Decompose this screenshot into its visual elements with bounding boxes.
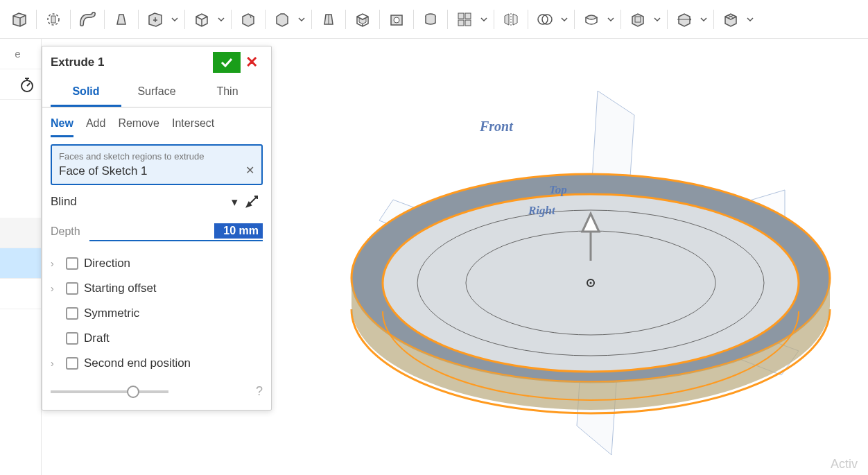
flip-direction-button[interactable] [243, 193, 263, 212]
rib-tool-icon[interactable] [418, 7, 443, 32]
draft-checkbox[interactable] [66, 332, 78, 345]
delete-face-tool-icon[interactable] [718, 7, 743, 32]
dialog-title: Extrude 1 [51, 55, 213, 69]
tab-thin[interactable]: Thin [192, 78, 263, 107]
3d-viewport[interactable]: Front Top Right [272, 39, 868, 475]
watermark-text: Activ [831, 457, 858, 472]
extrude-dialog: Extrude 1 ✕ Solid Surface Thin New Add R… [42, 46, 272, 411]
clear-selection-icon[interactable]: ✕ [245, 164, 254, 177]
svg-rect-7 [458, 20, 464, 26]
left-item-text[interactable]: e [0, 39, 41, 69]
tab-surface[interactable]: Surface [121, 78, 192, 107]
loft-tool-icon[interactable] [109, 7, 134, 32]
plane-caret-icon[interactable] [652, 16, 663, 23]
check-icon [219, 55, 234, 70]
operation-tabs: New Add Remove Intersect [42, 107, 271, 137]
close-icon: ✕ [245, 53, 258, 71]
box-tool-icon[interactable] [189, 7, 214, 32]
thicken-caret-icon[interactable] [169, 16, 180, 23]
sweep-tool-icon[interactable] [75, 7, 100, 32]
chamfer-tool-icon[interactable] [270, 7, 295, 32]
draft-tool-icon[interactable] [316, 7, 341, 32]
symmetric-checkbox[interactable] [66, 307, 78, 320]
direction-label: Direction [84, 257, 130, 270]
tree-item-1[interactable] [0, 218, 41, 248]
tree-item-3[interactable] [0, 279, 41, 309]
chamfer-caret-icon[interactable] [296, 16, 307, 23]
pattern-caret-icon[interactable] [478, 16, 489, 23]
toolbar-separator [713, 10, 714, 29]
depth-field[interactable] [89, 222, 263, 241]
depth-label: Depth [51, 225, 89, 238]
toolbar-separator [231, 10, 232, 29]
second-end-checkbox[interactable] [66, 357, 78, 370]
cancel-button[interactable]: ✕ [241, 52, 263, 73]
transform-caret-icon[interactable] [698, 16, 709, 23]
direction-checkbox[interactable] [66, 257, 78, 270]
svg-point-3 [394, 17, 399, 23]
stopwatch-icon [19, 76, 35, 93]
subtab-add[interactable]: Add [86, 114, 105, 137]
starting-offset-label: Starting offset [84, 282, 157, 295]
selection-label: Faces and sketch regions to extrude [59, 151, 254, 162]
starting-offset-checkbox[interactable] [66, 282, 78, 295]
front-plane-label: Front [480, 119, 513, 135]
extrude-tool-icon[interactable] [7, 7, 32, 32]
delete-face-caret-icon[interactable] [745, 16, 756, 23]
right-plane-label: Right [528, 204, 555, 218]
end-type-value: Blind [51, 195, 77, 209]
tree-item-2-selected[interactable] [0, 248, 41, 279]
toolbar-separator [574, 10, 575, 29]
tab-solid[interactable]: Solid [51, 78, 121, 107]
fillet-tool-icon[interactable] [236, 7, 261, 32]
toolbar-separator [447, 10, 448, 29]
toolbar-separator [345, 10, 346, 29]
feature-tree-strip: e [0, 39, 42, 475]
plane-tool-icon[interactable] [625, 7, 650, 32]
main-toolbar [0, 0, 868, 39]
left-item-timer[interactable] [0, 69, 41, 100]
opacity-slider[interactable] [51, 390, 168, 393]
svg-line-14 [27, 83, 30, 86]
depth-input[interactable] [214, 223, 263, 239]
selection-value: Face of Sketch 1 [59, 164, 254, 178]
toolbar-separator [494, 10, 494, 29]
help-icon[interactable]: ? [256, 384, 263, 399]
svg-rect-6 [465, 13, 471, 19]
subtab-intersect[interactable]: Intersect [172, 114, 214, 137]
toolbar-separator [184, 10, 185, 29]
mirror-tool-icon[interactable] [498, 7, 523, 32]
toolbar-separator [138, 10, 139, 29]
toolbar-separator [70, 10, 71, 29]
subtab-remove[interactable]: Remove [118, 114, 159, 137]
top-plane-label: Top [549, 183, 567, 197]
pattern-tool-icon[interactable] [452, 7, 477, 32]
toolbar-separator [36, 10, 37, 29]
revolve-tool-icon[interactable] [41, 7, 66, 32]
end-type-dropdown[interactable]: Blind ▾ [51, 192, 238, 212]
subtab-new[interactable]: New [51, 114, 73, 137]
toolbar-separator [620, 10, 621, 29]
surface-tool-icon[interactable] [579, 7, 604, 32]
expand-second-end-icon[interactable]: › [51, 358, 60, 369]
surface-caret-icon[interactable] [605, 16, 616, 23]
boolean-caret-icon[interactable] [559, 16, 570, 23]
toolbar-separator [311, 10, 312, 29]
slider-thumb[interactable] [127, 386, 139, 398]
toolbar-separator [104, 10, 105, 29]
toolbar-separator [379, 10, 380, 29]
type-tabs: Solid Surface Thin [42, 78, 271, 107]
box-caret-icon[interactable] [216, 16, 227, 23]
boolean-tool-icon[interactable] [532, 7, 557, 32]
transform-tool-icon[interactable] [672, 7, 697, 32]
shell-tool-icon[interactable] [350, 7, 375, 32]
toolbar-separator [667, 10, 668, 29]
expand-offset-icon[interactable]: › [51, 283, 60, 294]
confirm-button[interactable] [213, 52, 241, 73]
hole-tool-icon[interactable] [384, 7, 409, 32]
draft-label: Draft [84, 331, 110, 345]
expand-direction-icon[interactable]: › [51, 258, 60, 269]
faces-selection[interactable]: Faces and sketch regions to extrude Face… [51, 144, 263, 185]
thicken-tool-icon[interactable] [143, 7, 168, 32]
svg-rect-5 [458, 13, 464, 19]
